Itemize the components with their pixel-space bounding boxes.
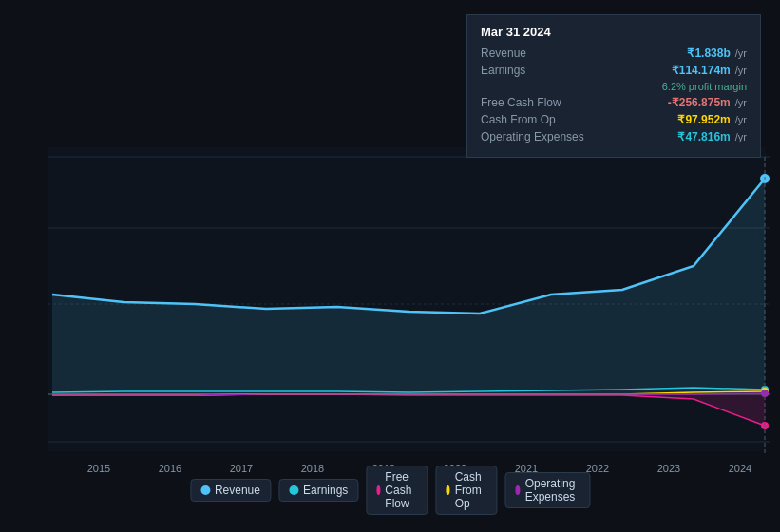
legend-label-earnings: Earnings: [303, 484, 348, 497]
legend-dot-cfo: [446, 485, 449, 495]
legend: Revenue Earnings Free Cash Flow Cash Fro…: [190, 466, 590, 515]
tooltip-value-fcf: -₹256.875m: [668, 96, 731, 109]
legend-dot-revenue: [200, 485, 210, 495]
svg-text:2015: 2015: [87, 463, 110, 474]
svg-text:2016: 2016: [159, 463, 181, 474]
tooltip-label-revenue: Revenue: [481, 47, 604, 60]
svg-text:2024: 2024: [729, 463, 751, 474]
legend-dot-fcf: [376, 485, 380, 495]
legend-label-opex: Operating Expenses: [525, 477, 580, 504]
tooltip-value-cfo: ₹97.952m: [677, 113, 730, 126]
tooltip-unit-revenue: /yr: [735, 48, 747, 59]
legend-item-earnings[interactable]: Earnings: [278, 479, 358, 502]
legend-dot-opex: [515, 485, 520, 495]
tooltip-value-earnings: ₹114.174m: [672, 64, 731, 77]
tooltip-unit-opex: /yr: [735, 131, 747, 142]
legend-item-opex[interactable]: Operating Expenses: [504, 472, 590, 508]
legend-label-cfo: Cash From Op: [455, 470, 487, 510]
tooltip-label-fcf: Free Cash Flow: [481, 96, 604, 109]
tooltip-row-margin: 6.2% profit margin: [481, 81, 747, 92]
tooltip-title: Mar 31 2024: [481, 25, 747, 39]
tooltip-panel: Mar 31 2024 Revenue ₹1.838b /yr Earnings…: [466, 14, 761, 158]
tooltip-value-revenue: ₹1.838b: [687, 47, 730, 60]
tooltip-value-opex: ₹47.816m: [677, 130, 730, 143]
legend-label-fcf: Free Cash Flow: [385, 470, 417, 510]
tooltip-sub-margin: 6.2% profit margin: [662, 81, 747, 92]
legend-label-revenue: Revenue: [215, 484, 260, 497]
legend-item-cfo[interactable]: Cash From Op: [435, 466, 497, 515]
tooltip-unit-fcf: /yr: [735, 97, 747, 108]
legend-dot-earnings: [289, 485, 298, 495]
tooltip-row-cfo: Cash From Op ₹97.952m /yr: [481, 113, 747, 126]
tooltip-label-earnings: Earnings: [481, 64, 604, 77]
svg-text:2023: 2023: [657, 463, 680, 474]
tooltip-row-opex: Operating Expenses ₹47.816m /yr: [481, 130, 747, 143]
tooltip-unit-cfo: /yr: [735, 114, 747, 125]
tooltip-row-revenue: Revenue ₹1.838b /yr: [481, 47, 747, 60]
tooltip-unit-earnings: /yr: [735, 65, 747, 76]
tooltip-row-earnings: Earnings ₹114.174m /yr: [481, 64, 747, 77]
legend-item-revenue[interactable]: Revenue: [190, 479, 271, 502]
chart-container: Mar 31 2024 Revenue ₹1.838b /yr Earnings…: [0, 0, 780, 532]
tooltip-label-opex: Operating Expenses: [481, 130, 604, 143]
legend-item-fcf[interactable]: Free Cash Flow: [366, 466, 428, 515]
tooltip-row-fcf: Free Cash Flow -₹256.875m /yr: [481, 96, 747, 109]
tooltip-label-cfo: Cash From Op: [481, 113, 604, 126]
